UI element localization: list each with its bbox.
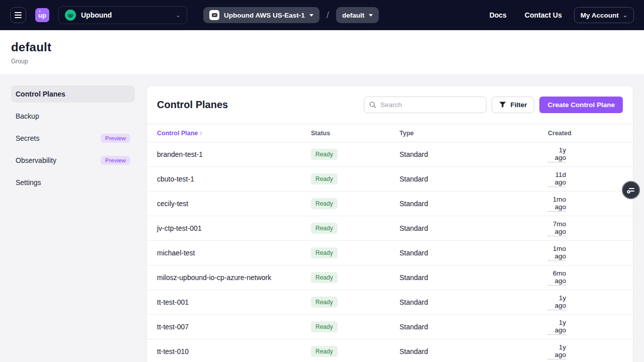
group-switcher-label: default (342, 12, 364, 19)
org-switcher-label: Upbound (81, 11, 112, 19)
type-cell: Standard (399, 323, 548, 331)
my-account-label: My Account (581, 12, 619, 19)
sidebar-item-label: Observability (16, 156, 56, 164)
search-box[interactable] (364, 97, 487, 113)
sidebar-item-observability[interactable]: Observability Preview (11, 152, 135, 169)
table-row[interactable]: tt-test-001 Ready Standard 1y ago (147, 290, 633, 315)
column-header-control-plane[interactable]: Control Plane↑ (157, 129, 311, 137)
type-cell: Standard (399, 150, 548, 158)
created-cell: 1mo ago (548, 245, 566, 261)
sidebar-item-settings[interactable]: Settings (11, 174, 135, 191)
feedback-widget-button[interactable] (622, 181, 640, 199)
navbar-links: Docs Contact Us My Account ⌄ (490, 7, 634, 23)
chevron-down-icon: ⌄ (176, 12, 181, 19)
table-row[interactable]: cecily-test Ready Standard 1mo ago (147, 192, 633, 216)
control-planes-panel: Control Planes Filter Create Control Pla… (146, 85, 633, 362)
space-switcher-dropdown[interactable]: Upbound AWS US-East-1 (203, 7, 319, 23)
my-account-button[interactable]: My Account ⌄ (574, 7, 634, 23)
control-plane-name: tt-test-007 (157, 323, 311, 331)
filter-icon (499, 102, 506, 108)
type-cell: Standard (399, 274, 548, 282)
created-cell: 1y ago (548, 343, 566, 359)
status-badge: Ready (311, 247, 338, 258)
caret-down-icon (369, 14, 373, 17)
column-label: Control Plane (157, 130, 198, 137)
control-plane-name: cecily-test (157, 200, 311, 208)
table-row[interactable]: milosz-upbound-io-cp-azure-network Ready… (147, 265, 633, 290)
control-plane-name: cbuto-test-1 (157, 175, 311, 183)
create-control-plane-button[interactable]: Create Control Plane (539, 97, 623, 113)
sidebar-item-label: Secrets (16, 134, 39, 142)
status-badge: Ready (311, 173, 338, 185)
sidebar-item-control-planes[interactable]: Control Planes (11, 85, 135, 103)
sidebar-item-label: Backup (16, 112, 39, 120)
table-row[interactable]: branden-test-1 Ready Standard 1y ago (147, 142, 633, 167)
control-plane-name: branden-test-1 (157, 150, 311, 158)
table-row[interactable]: tt-test-010 Ready Standard 1y ago (147, 339, 633, 362)
preview-badge: Preview (101, 156, 130, 165)
sidebar: Control Planes Backup Secrets Preview Ob… (0, 74, 146, 362)
column-header-created[interactable]: Created (548, 130, 572, 137)
panel-actions: Filter Create Control Plane (364, 97, 623, 113)
status-badge: Ready (311, 297, 338, 308)
column-header-status[interactable]: Status (311, 130, 399, 137)
sidebar-item-secrets[interactable]: Secrets Preview (11, 130, 135, 147)
created-cell: 1y ago (548, 319, 566, 335)
sort-asc-icon: ↑ (199, 129, 203, 137)
filter-button[interactable]: Filter (492, 97, 534, 113)
table-row[interactable]: jv-ctp-test-001 Ready Standard 7mo ago (147, 216, 633, 241)
type-cell: Standard (399, 200, 548, 208)
content-area: Control Planes Backup Secrets Preview Ob… (0, 74, 644, 362)
status-badge: Ready (311, 272, 338, 283)
control-plane-name: tt-test-010 (157, 347, 311, 355)
top-navbar: up Upbound ⌄ Upbound AWS US-East-1 / def… (0, 0, 644, 30)
chevron-down-icon: ⌄ (623, 12, 627, 19)
status-badge: Ready (311, 223, 338, 234)
status-badge: Ready (311, 321, 338, 332)
sidebar-item-label: Control Planes (16, 90, 65, 98)
created-cell: 1mo ago (548, 196, 566, 212)
table-body: branden-test-1 Ready Standard 1y ago cbu… (147, 142, 633, 362)
org-avatar-icon (65, 10, 76, 21)
type-cell: Standard (399, 224, 548, 232)
sidebar-item-backup[interactable]: Backup (11, 108, 135, 125)
type-cell: Standard (399, 249, 548, 257)
table-row[interactable]: cbuto-test-1 Ready Standard 11d ago (147, 167, 633, 192)
status-badge: Ready (311, 346, 338, 357)
sidebar-item-label: Settings (16, 178, 41, 187)
table-header: Control Plane↑ Status Type Created (147, 124, 633, 142)
org-switcher-dropdown[interactable]: Upbound ⌄ (58, 6, 187, 24)
menu-icon[interactable] (10, 7, 26, 23)
table-row[interactable]: michael-test Ready Standard 1mo ago (147, 241, 633, 265)
upbound-logo[interactable]: up (35, 8, 49, 22)
status-badge: Ready (311, 198, 338, 209)
panel-header: Control Planes Filter Create Control Pla… (147, 86, 633, 124)
search-icon (369, 101, 376, 109)
contact-us-link[interactable]: Contact Us (525, 11, 562, 19)
caret-down-icon (309, 14, 313, 17)
filter-label: Filter (510, 101, 527, 109)
created-cell: 7mo ago (548, 220, 566, 236)
status-badge: Ready (311, 149, 338, 160)
type-cell: Standard (399, 347, 548, 355)
breadcrumb-separator: / (327, 10, 329, 21)
docs-link[interactable]: Docs (490, 11, 507, 19)
created-cell: 6mo ago (548, 269, 566, 286)
type-cell: Standard (399, 298, 548, 306)
control-plane-name: michael-test (157, 249, 311, 257)
created-cell: 11d ago (548, 171, 566, 187)
search-input[interactable] (380, 101, 481, 109)
control-plane-name: milosz-upbound-io-cp-azure-network (157, 274, 311, 282)
page-title: default (11, 40, 633, 54)
table-row[interactable]: tt-test-007 Ready Standard 1y ago (147, 315, 633, 339)
column-header-type[interactable]: Type (399, 130, 548, 137)
space-icon (209, 10, 219, 20)
group-switcher-dropdown[interactable]: default (336, 7, 379, 23)
control-plane-name: jv-ctp-test-001 (157, 224, 311, 232)
feedback-widget-icon (626, 185, 636, 195)
panel-title: Control Planes (157, 99, 228, 111)
control-plane-name: tt-test-001 (157, 298, 311, 306)
type-cell: Standard (399, 175, 548, 183)
page-subtitle: Group (11, 58, 633, 65)
created-cell: 1y ago (548, 294, 566, 310)
